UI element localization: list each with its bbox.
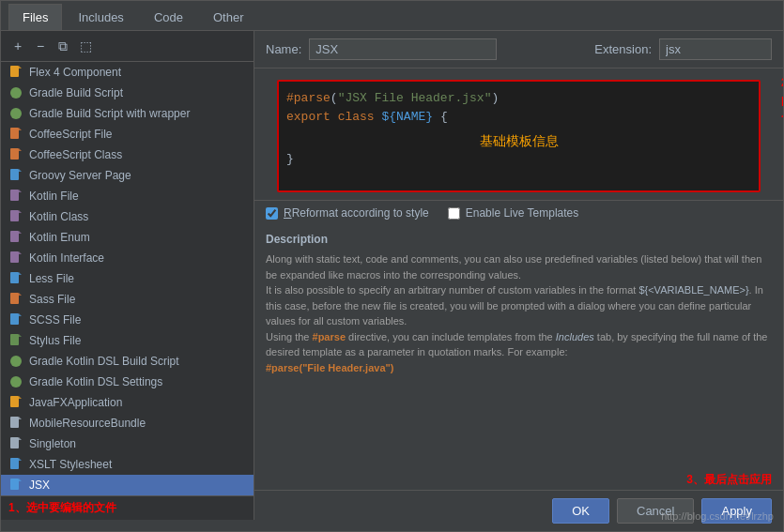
cancel-button[interactable]: Cancel [617, 498, 694, 524]
file-icon [8, 271, 23, 286]
apply-button[interactable]: Apply [701, 498, 772, 524]
list-item[interactable]: Groovy Server Page [1, 165, 254, 186]
remove-button[interactable]: − [31, 37, 50, 55]
svg-rect-14 [10, 231, 19, 242]
list-item[interactable]: Kotlin Interface [1, 248, 254, 268]
svg-rect-6 [10, 148, 19, 160]
list-item[interactable]: SCSS File [1, 310, 254, 330]
list-item[interactable]: Singleton [1, 433, 254, 454]
list-item[interactable]: XSLT Stylesheet [1, 454, 254, 475]
file-icon [8, 251, 23, 266]
svg-rect-24 [10, 334, 19, 345]
file-icon [8, 65, 23, 80]
list-item-label: CoffeeScript Class [29, 148, 122, 161]
code-var: ${NAME} [381, 110, 433, 124]
svg-point-27 [10, 376, 22, 388]
list-item[interactable]: JSX [1, 475, 254, 495]
tab-code[interactable]: Code [140, 4, 197, 30]
svg-marker-13 [19, 210, 22, 213]
list-item-label: Less File [29, 272, 74, 285]
list-item[interactable]: Gradle Build Script with wrapper [1, 103, 254, 124]
code-editor[interactable]: #parse("JSX File Header.jsx") export cla… [277, 80, 761, 192]
list-item[interactable]: CoffeeScript File [1, 124, 254, 144]
name-input[interactable] [309, 38, 497, 60]
options-row: RReformat according to style Enable Live… [254, 200, 783, 225]
svg-marker-5 [19, 128, 22, 130]
file-icon [8, 127, 23, 142]
svg-rect-18 [10, 272, 19, 283]
reformat-checkbox-label[interactable]: RReformat according to style [266, 206, 429, 220]
add-button[interactable]: + [8, 37, 27, 55]
live-templates-checkbox[interactable] [448, 207, 460, 220]
list-item-label: Kotlin Enum [29, 231, 90, 244]
code-brace-open: { [440, 110, 448, 124]
svg-rect-10 [10, 190, 19, 201]
live-templates-checkbox-label[interactable]: Enable Live Templates [448, 206, 579, 220]
move-button[interactable]: ⬚ [76, 37, 95, 55]
svg-marker-35 [19, 458, 22, 461]
svg-rect-16 [10, 251, 19, 263]
file-icon [8, 354, 23, 369]
ok-button[interactable]: OK [552, 498, 609, 524]
svg-marker-17 [19, 251, 22, 254]
code-line-2: export class ${NAME} { [286, 108, 751, 127]
code-string-1: "JSX File Header.jsx" [338, 91, 492, 105]
annotation-2: 2、再需要添加注解的地方，使用parse命 令引入公用注解模板 [781, 74, 783, 125]
list-item[interactable]: Gradle Kotlin DSL Build Script [1, 351, 254, 372]
svg-marker-25 [19, 334, 22, 337]
list-item[interactable]: CoffeeScript Class [1, 144, 254, 165]
list-item-label: Gradle Kotlin DSL Build Script [29, 355, 179, 368]
code-chinese-text: 基础模板信息 [286, 133, 751, 150]
live-templates-label: Enable Live Templates [466, 206, 579, 220]
svg-rect-32 [10, 437, 19, 448]
svg-rect-36 [10, 479, 19, 490]
svg-marker-21 [19, 293, 22, 296]
list-item[interactable]: MobileResourceBundle [1, 413, 254, 433]
list-item[interactable]: Flex 4 Component [1, 62, 254, 83]
list-item-label: MobileResourceBundle [29, 417, 146, 430]
list-item-label: Kotlin Class [29, 210, 88, 223]
file-icon [8, 374, 23, 389]
svg-marker-31 [19, 417, 22, 419]
tab-other[interactable]: Other [199, 4, 258, 30]
sidebar-list[interactable]: Flex 4 ComponentGradle Build ScriptGradl… [1, 62, 254, 495]
file-icon [8, 209, 23, 224]
code-line-3: } [286, 150, 751, 169]
list-item[interactable]: Less File [1, 268, 254, 289]
svg-rect-0 [10, 66, 19, 77]
code-export: export [286, 110, 331, 124]
list-item[interactable]: Kotlin Class [1, 206, 254, 227]
ext-input[interactable] [659, 38, 772, 60]
list-item[interactable]: Kotlin File [1, 186, 254, 206]
svg-point-3 [10, 108, 22, 119]
svg-rect-28 [10, 396, 19, 407]
file-icon [8, 85, 23, 100]
list-item-label: Kotlin File [29, 190, 79, 203]
list-item-label: JSX [29, 479, 50, 492]
svg-point-26 [10, 356, 22, 367]
file-icon [8, 457, 23, 472]
code-line-1: #parse("JSX File Header.jsx") [286, 89, 751, 108]
list-item[interactable]: Gradle Build Script [1, 83, 254, 103]
dialog: Files Includes Code Other + − ⧉ ⬚ Flex 4… [0, 0, 784, 532]
copy-button[interactable]: ⧉ [54, 37, 72, 55]
list-item[interactable]: Kotlin Enum [1, 227, 254, 248]
file-icon [8, 478, 23, 493]
name-row: Name: Extension: [254, 31, 783, 68]
svg-rect-8 [10, 169, 19, 180]
reformat-underline: R [284, 206, 292, 220]
name-label: Name: [266, 42, 301, 56]
code-paren-open: ( [331, 91, 338, 105]
tab-includes[interactable]: Includes [64, 4, 137, 30]
reformat-checkbox[interactable] [266, 207, 278, 220]
svg-rect-22 [10, 313, 19, 325]
list-item-label: Kotlin Interface [29, 251, 104, 265]
file-icon [8, 292, 23, 307]
svg-marker-15 [19, 231, 22, 234]
list-item[interactable]: Sass File [1, 289, 254, 310]
list-item[interactable]: JavaFXApplication [1, 392, 254, 413]
tab-files[interactable]: Files [8, 4, 62, 30]
list-item[interactable]: Stylus File [1, 330, 254, 351]
list-item[interactable]: Gradle Kotlin DSL Settings [1, 372, 254, 392]
step3-annotation: 3、最后点击应用 [686, 472, 772, 488]
